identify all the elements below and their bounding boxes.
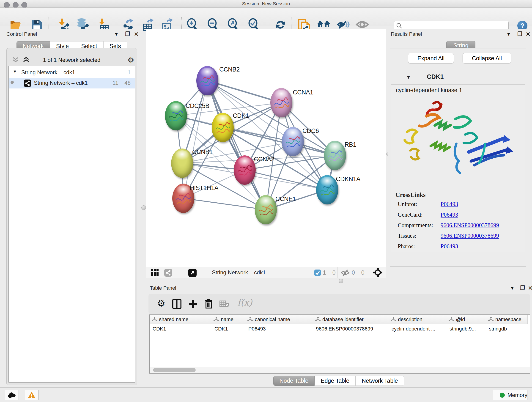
column-header-namespace[interactable]: namespace	[486, 315, 528, 324]
network-node-CCNE1[interactable]	[255, 195, 277, 224]
save-session-icon[interactable]	[31, 18, 43, 31]
show-columns-icon[interactable]	[172, 299, 181, 309]
network-edge[interactable]	[176, 116, 293, 142]
import-network-from-file-icon[interactable]	[57, 18, 69, 31]
results-panel-collapse-icon[interactable]: ▼	[506, 32, 511, 37]
column-header-description[interactable]: description	[389, 315, 447, 324]
network-node-CDC6[interactable]	[282, 127, 304, 156]
control-panel-float-icon[interactable]: ❒	[125, 31, 130, 37]
control-panel-collapse-icon[interactable]: ▼	[114, 32, 119, 37]
show-eye-icon[interactable]	[355, 18, 367, 31]
import-table-from-file-icon[interactable]	[97, 18, 109, 31]
export-network-icon[interactable]	[122, 18, 134, 31]
footer-separator	[309, 267, 309, 278]
warning-status-button[interactable]	[25, 390, 38, 400]
table-cell[interactable]: CDK1	[215, 326, 244, 332]
column-header-label: @id	[456, 317, 465, 322]
delete-column-trash-icon[interactable]	[204, 298, 213, 309]
network-node-CCNA2[interactable]	[234, 155, 256, 185]
collection-expand-icon[interactable]: ▼	[13, 69, 17, 74]
fit-selected-crosshair-icon[interactable]	[373, 268, 382, 277]
crosslink-genecard-link[interactable]: P06493	[441, 211, 458, 218]
network-node-CCNB2[interactable]	[196, 66, 218, 95]
hidden-eye-icon[interactable]	[341, 269, 350, 276]
crosslink-tissues-link[interactable]: 9606.ENSP00000378699	[441, 233, 499, 239]
network-edge[interactable]	[183, 81, 207, 198]
column-header-canonicalname[interactable]: canonical name	[246, 315, 313, 324]
network-node-CCNB1[interactable]	[171, 148, 193, 178]
table-panel-close-icon[interactable]: ✕	[528, 285, 532, 292]
control-panel-close-icon[interactable]: ✕	[134, 31, 139, 38]
network-node-CDC25B[interactable]	[165, 101, 187, 130]
table-cell[interactable]: stringdb	[489, 326, 526, 332]
crosslink-pharos-link[interactable]: P06493	[441, 243, 458, 249]
network-edge[interactable]	[183, 198, 266, 210]
table-cell[interactable]: P06493	[248, 326, 311, 332]
search-input[interactable]	[404, 22, 507, 29]
cloud-status-button[interactable]	[5, 390, 19, 400]
column-header-sharedname[interactable]: shared name	[150, 315, 212, 324]
table-panel-float-icon[interactable]: ❒	[520, 285, 525, 291]
open-session-icon[interactable]	[10, 18, 22, 31]
network-collection-row[interactable]: ▼ String Network – cdk1 1	[9, 67, 135, 78]
zoom-in-icon[interactable]	[186, 18, 198, 31]
import-network-from-database-icon[interactable]	[76, 18, 88, 31]
control-panel: Control Panel ▼ ❒ ✕ NetworkStyleSelectSe…	[2, 29, 141, 386]
selected-checkbox-icon[interactable]	[314, 269, 321, 276]
network-node-CDKN1A[interactable]	[316, 175, 338, 204]
column-header-databaseidentifier[interactable]: database identifier	[313, 315, 389, 324]
delete-table-icon[interactable]	[220, 300, 230, 307]
string-home-icon[interactable]	[317, 18, 329, 31]
gene-collapse-icon[interactable]: ▼	[406, 75, 411, 80]
grid-view-icon[interactable]	[151, 269, 159, 276]
network-node-CDK1[interactable]	[212, 113, 234, 142]
refresh-icon[interactable]	[274, 18, 286, 31]
table-horizontal-scrollbar[interactable]	[150, 367, 530, 373]
expand-collapse-box: Expand All Collapse All	[390, 49, 526, 70]
clone-network-icon[interactable]	[298, 18, 309, 31]
network-options-gear-icon[interactable]: ⚙	[128, 56, 134, 64]
crosslink-compartments-link[interactable]: 9606.ENSP00000378699	[441, 222, 499, 229]
hide-labels-icon[interactable]	[337, 18, 349, 31]
tab-node-table[interactable]: Node Table	[273, 376, 315, 386]
column-network-icon	[247, 317, 253, 322]
results-panel-float-icon[interactable]: ❒	[517, 31, 522, 37]
birds-eye-view-icon[interactable]	[188, 269, 196, 277]
column-network-icon	[488, 317, 494, 322]
function-builder-icon[interactable]: f(x)	[237, 298, 252, 307]
table-cell[interactable]: 9606.ENSP00000378699	[316, 326, 387, 332]
zoom-out-icon[interactable]	[207, 18, 219, 31]
network-view-canvas[interactable]: CCNB2CCNA1CDC25BCDK1CDC6RB1CCNB1CCNA2CDK…	[146, 29, 386, 267]
expand-all-button[interactable]: Expand All	[408, 53, 454, 64]
collapse-all-button[interactable]: Collapse All	[462, 53, 511, 64]
network-node-RB1[interactable]	[324, 141, 346, 170]
add-column-icon[interactable]	[188, 299, 197, 309]
scrollbar-thumb[interactable]	[153, 368, 196, 372]
table-cell[interactable]: cyclin-dependent ...	[392, 326, 445, 332]
collection-count: 1	[128, 69, 131, 76]
title-bar: Session: New Session	[0, 0, 532, 7]
table-settings-gear-icon[interactable]: ⚙	[157, 298, 165, 308]
bottom-splitter-handle[interactable]	[339, 279, 343, 283]
export-image-icon[interactable]	[160, 18, 172, 31]
network-node-CCNA1[interactable]	[270, 88, 292, 117]
hidden-count: 0 – 0	[352, 269, 365, 276]
application-window: Session: New Session	[0, 0, 532, 402]
column-header-id[interactable]: @id	[447, 315, 486, 324]
table-cell[interactable]: CDK1	[152, 326, 210, 332]
zoom-fit-icon[interactable]	[227, 18, 239, 31]
tab-edge-table[interactable]: Edge Table	[315, 376, 355, 386]
left-splitter-handle[interactable]	[141, 205, 146, 210]
network-row-selected[interactable]: String Network – cdk1 11 48	[9, 78, 135, 89]
column-header-name[interactable]: name	[212, 315, 246, 324]
tab-network-table[interactable]: Network Table	[355, 376, 404, 386]
results-panel-close-icon[interactable]: ✕	[526, 31, 531, 38]
single-view-icon[interactable]	[164, 269, 172, 277]
zoom-selected-icon[interactable]	[247, 18, 259, 31]
memory-button[interactable]: Memory	[493, 390, 527, 400]
export-table-icon[interactable]	[141, 18, 153, 31]
crosslink-uniprot-link[interactable]: P06493	[441, 201, 458, 207]
node-table[interactable]: shared namenamecanonical namedatabase id…	[149, 314, 530, 374]
table-cell[interactable]: stringdb:9...	[450, 326, 484, 332]
table-panel-collapse-icon[interactable]: ▼	[510, 286, 515, 291]
